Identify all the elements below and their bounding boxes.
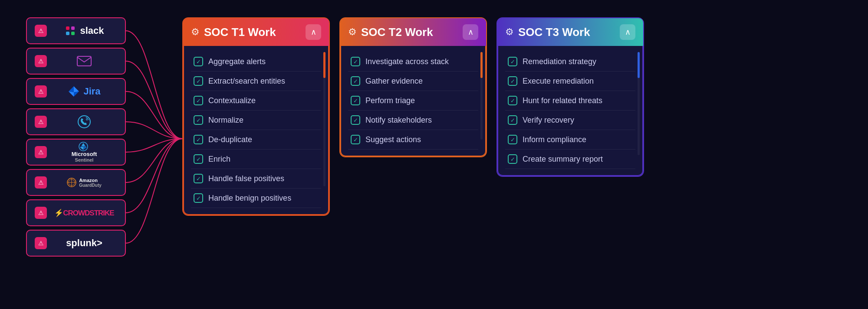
task-label-t3-1: Execute remediation bbox=[523, 77, 594, 86]
soc-t2-header-left: ⚙ SOC T2 Work bbox=[348, 26, 433, 39]
collapse-button-t1[interactable]: ∧ bbox=[306, 24, 321, 40]
svg-rect-0 bbox=[66, 26, 69, 30]
task-item-t1-5: ✓ Enrich bbox=[191, 150, 321, 169]
soc-t1-body: ✓ Aggregate alerts ✓ Extract/search enti… bbox=[183, 46, 329, 215]
alert-icon-phone: ⚠ bbox=[35, 116, 47, 128]
source-logo-phone bbox=[51, 115, 117, 129]
source-card-crowdstrike: ⚠ ⚡CROWDSTRIKE bbox=[26, 199, 126, 226]
soc-t2-column: ⚙ SOC T2 Work ∧ ✓ Investigate across sta… bbox=[339, 17, 487, 157]
scroll-thumb-t3 bbox=[638, 52, 640, 78]
connector-area: .connector-line { stroke: #e0206a; strok… bbox=[126, 17, 182, 269]
soc-t3-header: ⚙ SOC T3 Work ∧ bbox=[497, 18, 643, 46]
check-icon-t3-2: ✓ bbox=[508, 96, 517, 105]
source-card-slack: ⚠ slack bbox=[26, 17, 126, 44]
task-label-t1-3: Normalize bbox=[208, 116, 243, 125]
task-label-t3-5: Create summary report bbox=[523, 155, 603, 164]
soc-t1-column: ⚙ SOC T1 Work ∧ ✓ Aggregate alerts ✓ Ext… bbox=[182, 17, 330, 216]
task-label-t2-1: Gather evidence bbox=[365, 77, 423, 86]
main-container: ⚠ slack ⚠ ⚠ bbox=[0, 0, 868, 309]
task-label-t1-0: Aggregate alerts bbox=[208, 57, 266, 66]
soc-t3-body: ✓ Remediation strategy ✓ Execute remedia… bbox=[497, 46, 643, 176]
check-icon-t1-2: ✓ bbox=[194, 96, 203, 105]
check-icon-t1-4: ✓ bbox=[194, 135, 203, 144]
task-item-t1-0: ✓ Aggregate alerts bbox=[191, 52, 321, 72]
task-item-t2-1: ✓ Gather evidence bbox=[348, 72, 478, 91]
check-icon-t1-7: ✓ bbox=[194, 193, 203, 203]
task-label-t2-2: Perform triage bbox=[365, 96, 415, 105]
gear-icon-t1: ⚙ bbox=[191, 26, 200, 38]
alert-icon-guardduty: ⚠ bbox=[35, 176, 47, 189]
source-card-jira: ⚠ Jira bbox=[26, 78, 126, 105]
check-icon-t3-5: ✓ bbox=[508, 154, 517, 164]
soc-t1-header: ⚙ SOC T1 Work ∧ bbox=[183, 18, 329, 46]
task-item-t2-3: ✓ Notify stakeholders bbox=[348, 111, 478, 130]
source-logo-crowdstrike: ⚡CROWDSTRIKE bbox=[51, 208, 117, 218]
task-item-t3-0: ✓ Remediation strategy bbox=[505, 52, 635, 72]
scroll-thumb-t1 bbox=[323, 52, 326, 78]
alert-icon-jira: ⚠ bbox=[35, 85, 47, 98]
task-item-t1-7: ✓ Handle benign positives bbox=[191, 189, 321, 208]
task-label-t3-3: Verify recovery bbox=[523, 116, 574, 125]
task-label-t3-0: Remediation strategy bbox=[523, 57, 596, 66]
check-icon-t3-0: ✓ bbox=[508, 57, 517, 66]
gear-icon-t3: ⚙ bbox=[505, 26, 514, 38]
source-card-email: ⚠ bbox=[26, 48, 126, 75]
source-logo-jira: Jira bbox=[51, 85, 117, 98]
check-icon-t2-2: ✓ bbox=[351, 96, 360, 105]
source-card-splunk: ⚠ splunk> bbox=[26, 230, 126, 257]
task-item-t2-4: ✓ Suggest actions bbox=[348, 130, 478, 150]
collapse-button-t2[interactable]: ∧ bbox=[463, 24, 478, 40]
check-icon-t3-4: ✓ bbox=[508, 135, 517, 144]
task-label-t3-2: Hunt for related threats bbox=[523, 96, 602, 105]
alert-icon-splunk: ⚠ bbox=[35, 237, 47, 249]
source-logo-microsoft: Microsoft Sentinel bbox=[51, 142, 117, 163]
alert-icon-slack: ⚠ bbox=[35, 25, 47, 37]
alert-icon-crowdstrike: ⚠ bbox=[35, 207, 47, 219]
task-label-t1-5: Enrich bbox=[208, 155, 230, 164]
connectors-svg: .connector-line { stroke: #e0206a; strok… bbox=[126, 17, 182, 269]
task-label-t1-1: Extract/search entities bbox=[208, 77, 285, 86]
task-label-t2-3: Notify stakeholders bbox=[365, 116, 432, 125]
task-label-t1-6: Handle false positives bbox=[208, 174, 284, 183]
task-label-t1-2: Contextualize bbox=[208, 96, 256, 105]
check-icon-t2-4: ✓ bbox=[351, 135, 360, 144]
source-cards: ⚠ slack ⚠ ⚠ bbox=[26, 17, 126, 257]
check-icon-t1-5: ✓ bbox=[194, 154, 203, 164]
task-label-t3-4: Inform compliance bbox=[523, 135, 586, 144]
check-icon-t3-3: ✓ bbox=[508, 115, 517, 125]
alert-icon-email: ⚠ bbox=[35, 55, 47, 67]
task-label-t1-7: Handle benign positives bbox=[208, 194, 291, 203]
check-icon-t1-0: ✓ bbox=[194, 57, 203, 66]
task-item-t3-3: ✓ Verify recovery bbox=[505, 111, 635, 130]
soc-t1-title: SOC T1 Work bbox=[204, 26, 276, 39]
svg-rect-1 bbox=[71, 26, 75, 30]
task-label-t2-4: Suggest actions bbox=[365, 135, 421, 144]
task-item-t3-4: ✓ Inform compliance bbox=[505, 130, 635, 150]
task-item-t2-0: ✓ Investigate across stack bbox=[348, 52, 478, 72]
task-item-t1-3: ✓ Normalize bbox=[191, 111, 321, 130]
svg-rect-2 bbox=[66, 32, 69, 35]
task-item-t1-1: ✓ Extract/search entities bbox=[191, 72, 321, 91]
task-item-t3-5: ✓ Create summary report bbox=[505, 150, 635, 169]
source-card-microsoft: ⚠ Microsoft Sentinel bbox=[26, 139, 126, 166]
source-card-guardduty: ⚠ Amazon GuardDuty bbox=[26, 169, 126, 196]
soc-t3-header-left: ⚙ SOC T3 Work bbox=[505, 26, 590, 39]
check-icon-t1-6: ✓ bbox=[194, 174, 203, 183]
task-label-t1-4: De-duplicate bbox=[208, 135, 252, 144]
source-card-phone: ⚠ bbox=[26, 108, 126, 135]
soc-t1-header-left: ⚙ SOC T1 Work bbox=[191, 26, 276, 39]
source-logo-slack: slack bbox=[51, 25, 117, 37]
source-logo-email bbox=[51, 56, 117, 66]
task-item-t1-6: ✓ Handle false positives bbox=[191, 169, 321, 189]
svg-rect-3 bbox=[71, 32, 75, 35]
soc-t2-body: ✓ Investigate across stack ✓ Gather evid… bbox=[340, 46, 486, 156]
task-item-t3-2: ✓ Hunt for related threats bbox=[505, 91, 635, 111]
collapse-button-t3[interactable]: ∧ bbox=[620, 24, 635, 40]
svg-point-5 bbox=[78, 116, 90, 128]
task-item-t1-4: ✓ De-duplicate bbox=[191, 130, 321, 150]
task-item-t1-2: ✓ Contextualize bbox=[191, 91, 321, 111]
task-item-t2-2: ✓ Perform triage bbox=[348, 91, 478, 111]
check-icon-t2-1: ✓ bbox=[351, 76, 360, 86]
check-icon-t1-1: ✓ bbox=[194, 76, 203, 86]
source-logo-splunk: splunk> bbox=[51, 237, 117, 249]
